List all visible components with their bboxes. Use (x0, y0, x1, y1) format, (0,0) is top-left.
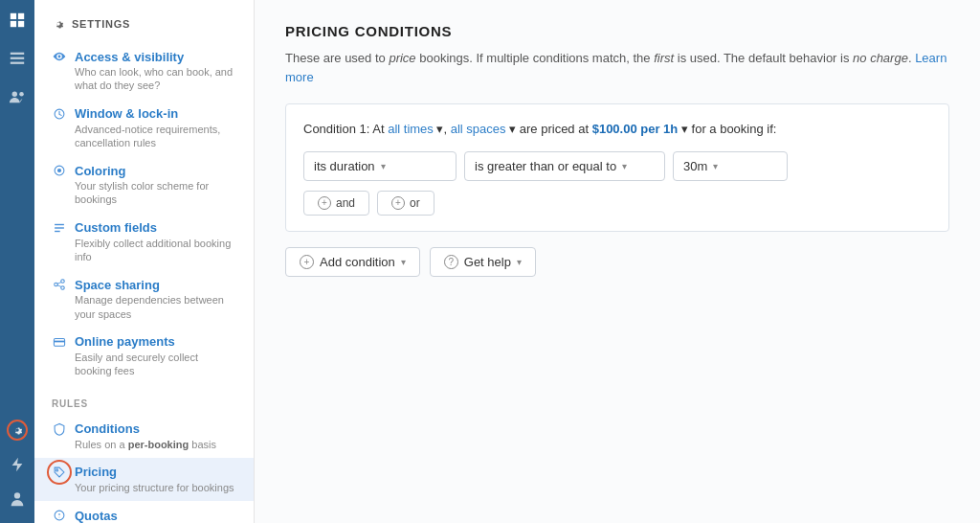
condition-header: Condition 1: At all times ▾, all spaces … (303, 120, 931, 140)
sidebar-item-custom-fields[interactable]: Custom fields Flexibly collect additiona… (34, 214, 254, 271)
sidebar-item-space-sharing[interactable]: Space sharing Manage dependencies betwee… (34, 270, 254, 328)
svg-point-7 (12, 92, 17, 97)
svg-rect-14 (55, 224, 64, 225)
coloring-desc: Your stylish color scheme for bookings (52, 179, 236, 207)
svg-point-26 (59, 517, 60, 518)
get-help-icon: ? (444, 255, 458, 269)
color-icon (52, 163, 67, 178)
eye-icon (52, 49, 67, 64)
svg-rect-6 (11, 62, 24, 64)
shield-icon (52, 421, 67, 437)
svg-line-20 (57, 283, 61, 284)
custom-fields-label: Custom fields (75, 220, 157, 235)
sidebar-item-access[interactable]: Access & visibility Who can look, who ca… (34, 42, 254, 100)
svg-rect-16 (55, 231, 60, 232)
all-times-link[interactable]: all times (388, 122, 434, 136)
and-plus-icon: + (318, 196, 331, 210)
svg-point-8 (19, 92, 24, 97)
access-desc: Who can look, who can book, and what do … (52, 65, 236, 93)
online-payments-label: Online payments (75, 334, 175, 349)
lightning-nav-icon[interactable] (7, 454, 28, 475)
space-sharing-desc: Manage dependencies between your spaces (52, 293, 236, 321)
svg-point-19 (61, 286, 65, 290)
svg-point-13 (57, 169, 61, 172)
action-bar: + Add condition ▾ ? Get help ▾ (285, 247, 949, 277)
get-help-button[interactable]: ? Get help ▾ (430, 247, 536, 277)
add-condition-chevron: ▾ (401, 257, 406, 267)
access-label: Access & visibility (75, 50, 184, 64)
all-spaces-link[interactable]: all spaces (451, 122, 506, 136)
users-nav-icon[interactable] (7, 86, 28, 107)
settings-title: SETTINGS (72, 18, 130, 30)
svg-marker-9 (12, 458, 23, 471)
svg-point-18 (61, 280, 65, 284)
duration-select[interactable]: its duration ▾ (303, 151, 457, 181)
sharing-icon (52, 277, 67, 292)
svg-rect-23 (54, 341, 64, 343)
sidebar-item-online-payments[interactable]: Online payments Easily and securely coll… (34, 328, 254, 385)
coloring-label: Coloring (75, 164, 125, 178)
add-condition-button[interactable]: + Add condition ▾ (285, 247, 420, 277)
online-payments-desc: Easily and securely collect booking fees (52, 351, 236, 378)
pricing-icon (52, 465, 67, 480)
sidebar: SETTINGS Access & visibility Who can loo… (34, 0, 255, 523)
svg-rect-0 (11, 13, 16, 19)
window-label: Window & lock-in (75, 106, 178, 121)
pricing-desc: Your pricing structure for bookings (52, 481, 236, 494)
nav-bottom (7, 420, 28, 523)
card-icon (52, 334, 67, 350)
price-value: $100.00 per 1h (592, 122, 679, 136)
value-select[interactable]: 30m ▾ (673, 151, 788, 181)
svg-rect-1 (18, 13, 24, 19)
svg-rect-3 (18, 21, 24, 27)
add-condition-icon: + (300, 255, 314, 269)
custom-fields-desc: Flexibly collect additional booking info (52, 237, 236, 264)
grid-icon[interactable] (7, 10, 28, 31)
nav-bar (0, 0, 34, 523)
conditions-label: Conditions (75, 421, 140, 436)
clock-icon (52, 106, 67, 122)
logic-buttons: + and + or (303, 191, 931, 216)
quotas-label: Quotas (75, 509, 118, 523)
sidebar-item-window[interactable]: Window & lock-in Advanced-notice require… (34, 100, 254, 157)
svg-rect-22 (54, 338, 64, 346)
sidebar-item-coloring[interactable]: Coloring Your stylish color scheme for b… (34, 156, 254, 214)
operator-chevron: ▾ (622, 161, 627, 171)
svg-rect-5 (11, 57, 24, 59)
svg-line-21 (57, 285, 61, 287)
settings-header: SETTINGS (34, 17, 254, 42)
sidebar-item-quotas[interactable]: Quotas Rules to enforce overall booking … (34, 501, 254, 523)
space-sharing-label: Space sharing (75, 278, 160, 292)
pricing-label: Pricing (75, 465, 117, 479)
window-desc: Advanced-notice requirements, cancellati… (52, 123, 236, 150)
operator-select[interactable]: is greater than or equal to ▾ (464, 151, 665, 181)
duration-chevron: ▾ (381, 161, 386, 171)
page-title: PRICING CONDITIONS (285, 23, 949, 39)
settings-nav-icon[interactable] (7, 420, 28, 441)
rules-section-title: RULES (34, 385, 254, 415)
list-icon[interactable] (7, 48, 28, 69)
sidebar-item-conditions[interactable]: Conditions Rules on a per-booking basis (34, 415, 254, 458)
conditions-desc: Rules on a per-booking basis (52, 438, 236, 451)
svg-rect-15 (55, 227, 64, 228)
custom-fields-icon (52, 220, 67, 236)
get-help-chevron: ▾ (517, 257, 522, 267)
svg-rect-2 (11, 21, 16, 27)
page-description: These are used to price bookings. If mul… (285, 49, 949, 86)
svg-point-10 (14, 492, 20, 498)
svg-point-17 (55, 284, 58, 287)
person-nav-icon[interactable] (7, 489, 28, 510)
value-chevron: ▾ (713, 161, 718, 171)
condition-row: its duration ▾ is greater than or equal … (303, 151, 931, 181)
quotas-icon (52, 508, 67, 523)
main-content: PRICING CONDITIONS These are used to pri… (255, 0, 980, 523)
or-plus-icon: + (391, 196, 405, 210)
sidebar-item-pricing[interactable]: Pricing Your pricing structure for booki… (34, 458, 254, 501)
and-button[interactable]: + and (303, 191, 369, 216)
svg-rect-4 (11, 53, 24, 55)
condition-card: Condition 1: At all times ▾, all spaces … (285, 103, 949, 232)
or-button[interactable]: + or (377, 191, 434, 216)
